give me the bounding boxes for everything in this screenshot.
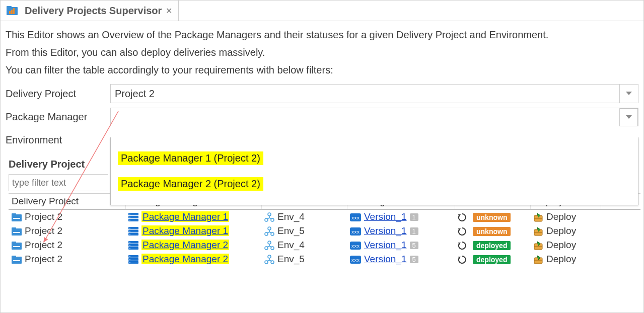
svg-point-16 bbox=[268, 213, 271, 216]
version-tag-icon: xxx bbox=[350, 227, 361, 236]
svg-point-63 bbox=[129, 262, 130, 263]
cell-project: Project 2 bbox=[25, 240, 62, 250]
close-icon[interactable]: ✕ bbox=[166, 6, 172, 16]
svg-rect-4 bbox=[13, 8, 15, 14]
deploy-button[interactable]: Deploy bbox=[530, 224, 601, 238]
version-tag-icon: xxx bbox=[350, 213, 361, 221]
refresh-icon[interactable] bbox=[458, 255, 467, 264]
status-badge: deployed bbox=[473, 255, 511, 264]
refresh-icon[interactable] bbox=[458, 227, 467, 236]
folder-icon bbox=[12, 242, 22, 250]
cell-project: Project 2 bbox=[25, 254, 62, 264]
table-filter-input[interactable] bbox=[9, 174, 108, 191]
version-tag-icon: xxx bbox=[350, 256, 361, 264]
table-row: Project 2Package Manager 2Env_5xxxVersio… bbox=[9, 252, 640, 266]
svg-point-61 bbox=[129, 256, 130, 257]
cell-environment: Env_5 bbox=[277, 225, 305, 236]
svg-text:xxx: xxx bbox=[351, 215, 360, 220]
stack-icon bbox=[128, 241, 138, 250]
refresh-icon[interactable] bbox=[458, 213, 467, 222]
deploy-button[interactable]: Deploy bbox=[530, 238, 601, 252]
deploy-label: Deploy bbox=[546, 211, 576, 222]
cell-environment: Env_5 bbox=[277, 254, 305, 264]
svg-point-30 bbox=[129, 230, 130, 231]
version-count-badge: 1 bbox=[410, 227, 418, 235]
environment-icon bbox=[264, 255, 274, 265]
folder-icon bbox=[12, 213, 22, 221]
dropdown-option[interactable]: Package Manager 2 (Project 2) bbox=[118, 177, 263, 191]
svg-marker-5 bbox=[626, 92, 632, 95]
svg-rect-2 bbox=[9, 11, 11, 14]
svg-text:xxx: xxx bbox=[351, 244, 360, 249]
cell-version-link[interactable]: Version_1 bbox=[364, 211, 407, 222]
deploy-button[interactable]: Deploy bbox=[530, 252, 601, 266]
refresh-icon[interactable] bbox=[458, 241, 467, 250]
label-package-manager: Package Manager bbox=[6, 111, 110, 123]
deploy-button[interactable]: Deploy bbox=[530, 209, 601, 224]
svg-text:xxx: xxx bbox=[351, 229, 360, 234]
svg-rect-40 bbox=[12, 242, 16, 244]
svg-point-45 bbox=[129, 242, 130, 243]
cell-version-link[interactable]: Version_1 bbox=[364, 225, 407, 236]
combo-package-manager[interactable] bbox=[110, 108, 638, 126]
cell-environment: Env_4 bbox=[277, 240, 305, 250]
status-badge: unknown bbox=[473, 213, 511, 222]
version-count-badge: 5 bbox=[410, 242, 418, 249]
stack-icon bbox=[128, 255, 138, 264]
environment-icon bbox=[264, 226, 274, 237]
svg-point-32 bbox=[268, 227, 271, 230]
intro-line-3: You can filter the table accordingly to … bbox=[6, 64, 643, 76]
tab-delivery-projects-supervisor[interactable]: Delivery Projects Supervisor ✕ bbox=[1, 1, 179, 21]
version-count-badge: 5 bbox=[410, 256, 418, 263]
svg-rect-24 bbox=[12, 227, 16, 230]
combo-package-manager-input[interactable] bbox=[111, 108, 619, 126]
chevron-down-icon[interactable] bbox=[619, 108, 638, 126]
environment-icon bbox=[264, 212, 274, 222]
svg-rect-9 bbox=[13, 218, 20, 219]
svg-point-46 bbox=[129, 245, 130, 246]
version-tag-icon: xxx bbox=[350, 242, 361, 250]
stack-icon bbox=[128, 227, 138, 236]
folder-icon bbox=[12, 256, 22, 264]
svg-point-47 bbox=[129, 248, 130, 249]
svg-point-48 bbox=[268, 241, 271, 244]
intro-line-2: From this Editor, you can also deploy de… bbox=[6, 47, 643, 58]
svg-point-64 bbox=[268, 255, 271, 258]
folder-chart-icon bbox=[7, 6, 18, 15]
dropdown-option[interactable]: Package Manager 1 (Project 2) bbox=[118, 151, 263, 165]
svg-point-14 bbox=[129, 216, 130, 217]
cell-environment: Env_4 bbox=[277, 211, 305, 222]
cell-version-link[interactable]: Version_1 bbox=[364, 254, 407, 264]
intro-text: This Editor shows an Overview of the Pac… bbox=[6, 29, 643, 76]
cell-package-manager-link[interactable]: Package Manager 2 bbox=[141, 254, 229, 264]
cell-version-link[interactable]: Version_1 bbox=[364, 240, 407, 250]
table-row: Project 2Package Manager 1Env_5xxxVersio… bbox=[9, 224, 640, 238]
chevron-down-icon[interactable] bbox=[619, 85, 638, 103]
deploy-icon bbox=[533, 226, 543, 237]
svg-rect-25 bbox=[13, 232, 20, 233]
environment-icon bbox=[264, 241, 274, 251]
svg-marker-6 bbox=[626, 115, 632, 119]
cell-package-manager-link[interactable]: Package Manager 2 bbox=[141, 240, 229, 250]
svg-point-13 bbox=[129, 213, 130, 214]
svg-point-62 bbox=[129, 259, 130, 260]
svg-rect-57 bbox=[13, 260, 20, 261]
cell-package-manager-link[interactable]: Package Manager 1 bbox=[141, 225, 229, 236]
package-manager-dropdown-panel: Package Manager 1 (Project 2) Package Ma… bbox=[110, 137, 638, 205]
cell-project: Project 2 bbox=[25, 225, 62, 236]
deploy-label: Deploy bbox=[546, 240, 576, 250]
svg-text:xxx: xxx bbox=[351, 258, 360, 263]
svg-rect-41 bbox=[13, 246, 20, 247]
svg-rect-3 bbox=[11, 10, 13, 14]
table-row: Project 2Package Manager 2Env_4xxxVersio… bbox=[9, 238, 640, 252]
status-badge: unknown bbox=[473, 227, 511, 236]
tab-title: Delivery Projects Supervisor bbox=[25, 5, 162, 17]
combo-delivery-project[interactable] bbox=[110, 84, 638, 103]
tab-bar: Delivery Projects Supervisor ✕ bbox=[1, 1, 643, 21]
svg-point-29 bbox=[129, 227, 130, 228]
svg-rect-8 bbox=[12, 213, 16, 216]
col-delivery-project[interactable]: Delivery Project bbox=[9, 194, 125, 210]
deploy-label: Deploy bbox=[546, 254, 576, 264]
cell-package-manager-link[interactable]: Package Manager 1 bbox=[141, 211, 229, 222]
combo-delivery-project-input[interactable] bbox=[111, 85, 619, 103]
